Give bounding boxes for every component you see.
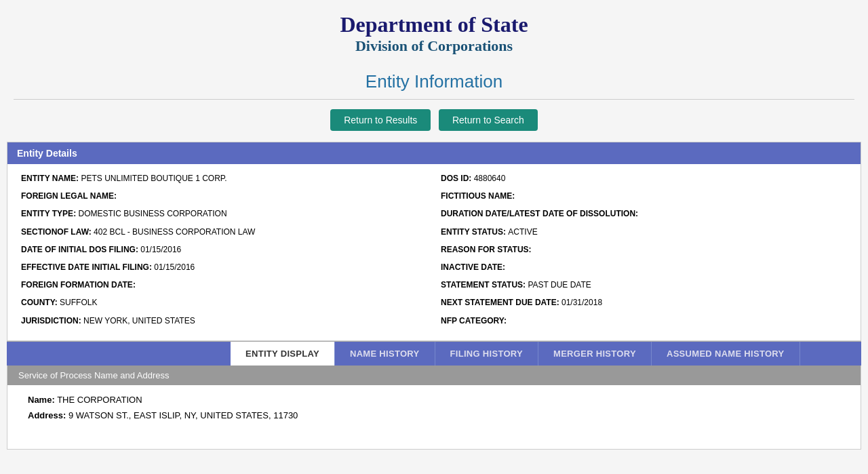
entity-field-label: DATE OF INITIAL DOS FILING: [21, 245, 140, 254]
entity-field-label: JURISDICTION: [21, 316, 83, 325]
service-address-row: Address: 9 WATSON ST., EAST ISLIP, NY, U… [28, 410, 840, 420]
entity-field-label: STATEMENT STATUS: [441, 280, 528, 290]
service-name-row: Name: THE CORPORATION [28, 395, 840, 405]
entity-left-row: ENTITY TYPE: DOMESTIC BUSINESS CORPORATI… [21, 208, 427, 220]
tab-name-history[interactable]: NAME HISTORY [335, 342, 435, 366]
entity-field-value: 01/15/2016 [154, 262, 195, 272]
entity-left-row: JURISDICTION: NEW YORK, UNITED STATES [21, 315, 427, 327]
return-search-button[interactable]: Return to Search [439, 109, 538, 131]
entity-field-value: 01/15/2016 [140, 245, 181, 254]
main-title: Department of State [14, 12, 854, 37]
entity-left-row: SECTIONOF LAW: 402 BCL - BUSINESS CORPOR… [21, 226, 427, 238]
entity-left-row: COUNTY: SUFFOLK [21, 296, 427, 309]
return-results-button[interactable]: Return to Results [330, 109, 431, 131]
entity-field-value: PETS UNLIMITED BOUTIQUE 1 CORP. [81, 174, 226, 183]
tabs-bar: ENTITY DISPLAY NAME HISTORY FILING HISTO… [7, 341, 861, 366]
page-header: Department of State Division of Corporat… [0, 0, 868, 62]
entity-left-row: ENTITY NAME: PETS UNLIMITED BOUTIQUE 1 C… [21, 172, 427, 184]
entity-field-label: NEXT STATEMENT DUE DATE: [441, 298, 561, 307]
entity-right-row: NFP CATEGORY: [441, 315, 847, 327]
entity-right-row: NEXT STATEMENT DUE DATE: 01/31/2018 [441, 296, 847, 309]
entity-field-label: EFFECTIVE DATE INITIAL FILING: [21, 262, 154, 272]
service-address-label: Address: [28, 410, 66, 420]
entity-field-label: FOREIGN FORMATION DATE: [21, 280, 136, 290]
entity-left-column: ENTITY NAME: PETS UNLIMITED BOUTIQUE 1 C… [14, 172, 434, 332]
entity-field-label: SECTIONOF LAW: [21, 227, 94, 237]
lower-section: Service of Process Name and Address Name… [7, 366, 861, 450]
entity-details-body: ENTITY NAME: PETS UNLIMITED BOUTIQUE 1 C… [7, 164, 861, 340]
entity-field-label: DURATION DATE/LATEST DATE OF DISSOLUTION… [441, 209, 638, 218]
entity-field-value: DOMESTIC BUSINESS CORPORATION [78, 209, 226, 218]
entity-field-value: 01/31/2018 [561, 298, 602, 307]
entity-field-label: FOREIGN LEGAL NAME: [21, 191, 117, 201]
entity-field-value: 402 BCL - BUSINESS CORPORATION LAW [94, 227, 255, 237]
entity-field-value: NEW YORK, UNITED STATES [83, 316, 195, 325]
action-buttons: Return to Results Return to Search [0, 109, 868, 131]
divider [14, 99, 854, 100]
entity-field-label: ENTITY STATUS: [441, 227, 508, 237]
entity-left-row: FOREIGN LEGAL NAME: [21, 190, 427, 202]
tab-merger-history[interactable]: MERGER HISTORY [538, 342, 652, 366]
entity-left-row: DATE OF INITIAL DOS FILING: 01/15/2016 [21, 243, 427, 256]
entity-field-label: ENTITY TYPE: [21, 209, 78, 218]
entity-right-row: ENTITY STATUS: ACTIVE [441, 226, 847, 238]
entity-field-label: INACTIVE DATE: [441, 262, 505, 272]
tab-assumed-name-history[interactable]: ASSUMED NAME HISTORY [652, 342, 800, 366]
entity-field-value: 4880640 [474, 174, 506, 183]
entity-field-label: DOS ID: [441, 174, 474, 183]
entity-right-column: DOS ID: 4880640FICTITIOUS NAME: DURATION… [434, 172, 854, 332]
entity-left-row: EFFECTIVE DATE INITIAL FILING: 01/15/201… [21, 261, 427, 273]
entity-field-label: FICTITIOUS NAME: [441, 191, 515, 201]
entity-right-row: DURATION DATE/LATEST DATE OF DISSOLUTION… [441, 208, 847, 220]
entity-field-value: SUFFOLK [60, 298, 97, 307]
service-process-header: Service of Process Name and Address [7, 366, 861, 385]
entity-field-label: COUNTY: [21, 298, 60, 307]
entity-field-label: REASON FOR STATUS: [441, 245, 532, 254]
entity-right-row: FICTITIOUS NAME: [441, 190, 847, 202]
tab-entity-display[interactable]: ENTITY DISPLAY [231, 342, 335, 366]
subtitle: Division of Corporations [14, 37, 854, 55]
entity-field-value: PAST DUE DATE [528, 280, 591, 290]
tab-filing-history[interactable]: FILING HISTORY [435, 342, 538, 366]
tab-spacer [7, 342, 231, 366]
entity-left-row: FOREIGN FORMATION DATE: [21, 279, 427, 291]
entity-field-value: ACTIVE [508, 227, 537, 237]
service-process-body: Name: THE CORPORATION Address: 9 WATSON … [7, 385, 861, 435]
entity-field-label: ENTITY NAME: [21, 174, 81, 183]
entity-right-row: DOS ID: 4880640 [441, 172, 847, 184]
entity-right-row: REASON FOR STATUS: [441, 243, 847, 256]
service-address-value: 9 WATSON ST., EAST ISLIP, NY, UNITED STA… [68, 410, 298, 420]
entity-field-label: NFP CATEGORY: [441, 316, 507, 325]
entity-details-section: Entity Details ENTITY NAME: PETS UNLIMIT… [7, 142, 861, 341]
service-name-label: Name: [28, 395, 55, 405]
entity-right-row: INACTIVE DATE: [441, 261, 847, 273]
entity-details-header: Entity Details [7, 142, 861, 164]
page-section-title: Entity Information [0, 62, 868, 96]
entity-right-row: STATEMENT STATUS: PAST DUE DATE [441, 279, 847, 291]
service-name-value: THE CORPORATION [57, 395, 142, 405]
